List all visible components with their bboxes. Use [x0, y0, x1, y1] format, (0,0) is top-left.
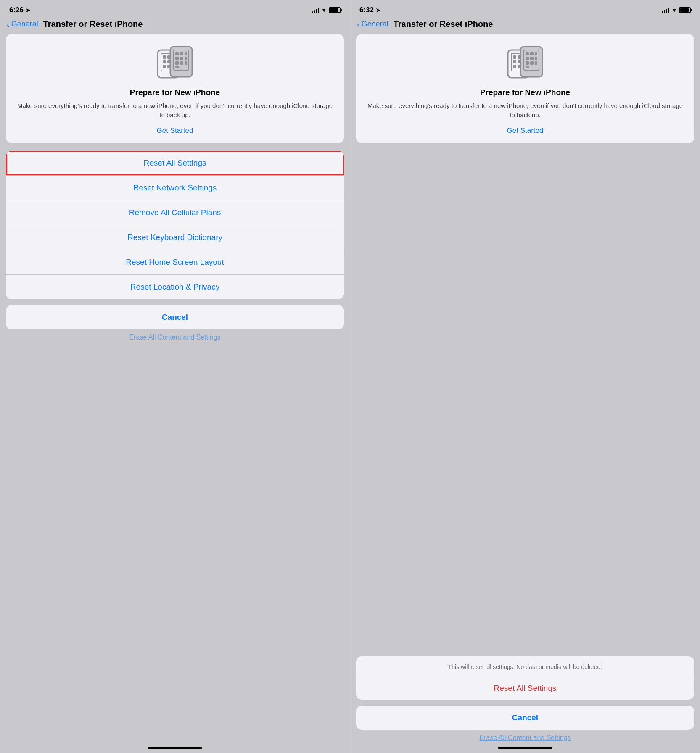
right-reset-all-settings-confirm-button[interactable]: Reset All Settings [356, 677, 694, 700]
right-reset-dialog: This will reset all settings. No data or… [356, 656, 694, 700]
left-erase-link[interactable]: Erase All Content and Settings [6, 334, 344, 343]
remove-cellular-plans-button[interactable]: Remove All Cellular Plans [6, 200, 344, 225]
right-get-started-button[interactable]: Get Started [507, 126, 544, 135]
svg-rect-37 [526, 57, 529, 60]
right-content: Prepare for New iPhone Make sure everyth… [350, 34, 700, 743]
reset-network-settings-button[interactable]: Reset Network Settings [6, 175, 344, 200]
left-prepare-desc: Make sure everything’s ready to transfer… [14, 101, 335, 120]
left-wifi-icon: ▾ [322, 7, 325, 13]
left-status-right: ▾ [312, 7, 341, 13]
svg-rect-20 [185, 61, 187, 65]
left-back-button[interactable]: ‹ General [7, 20, 38, 29]
left-phone-panel: 6:26 ➤ ▾ ‹ General Transfer or Reset iPh… [0, 0, 350, 753]
svg-rect-12 [175, 52, 179, 55]
left-phone-icon [156, 44, 194, 82]
right-prepare-desc: Make sure everything’s ready to transfer… [365, 101, 686, 120]
right-phone-panel: 6:32 ➤ ▾ ‹ General Transfer or Reset iPh… [350, 0, 700, 753]
right-prepare-card: Prepare for New iPhone Make sure everyth… [356, 34, 694, 143]
svg-rect-16 [180, 57, 183, 60]
svg-rect-30 [513, 65, 516, 68]
svg-rect-34 [526, 52, 529, 55]
svg-rect-43 [526, 66, 529, 68]
right-erase-link[interactable]: Erase All Content and Settings [356, 734, 694, 743]
right-battery-icon [679, 7, 691, 13]
right-time: 6:32 [359, 6, 374, 14]
right-page-title: Transfer or Reset iPhone [394, 19, 493, 29]
left-content: Prepare for New iPhone Make sure everyth… [0, 34, 350, 743]
right-prepare-title: Prepare for New iPhone [480, 88, 570, 97]
reset-home-screen-layout-button[interactable]: Reset Home Screen Layout [6, 250, 344, 274]
left-reset-list: Reset All Settings Reset Network Setting… [6, 151, 344, 299]
right-status-left: 6:32 ➤ [359, 6, 380, 14]
svg-rect-13 [180, 52, 183, 55]
left-signal-icon [312, 7, 319, 13]
right-location-icon: ➤ [376, 7, 380, 13]
svg-rect-18 [175, 61, 179, 65]
left-transfer-icon [156, 44, 194, 82]
svg-rect-39 [535, 57, 537, 60]
right-status-bar: 6:32 ➤ ▾ [350, 0, 700, 18]
svg-rect-36 [535, 52, 537, 55]
svg-rect-35 [530, 52, 534, 55]
right-back-button[interactable]: ‹ General [357, 20, 388, 29]
left-location-icon: ➤ [26, 7, 30, 13]
reset-keyboard-dictionary-button[interactable]: Reset Keyboard Dictionary [6, 225, 344, 250]
reset-location-privacy-button[interactable]: Reset Location & Privacy [6, 274, 344, 299]
right-home-indicator [498, 747, 552, 749]
svg-rect-2 [163, 55, 166, 59]
left-get-started-button[interactable]: Get Started [157, 126, 193, 135]
svg-rect-27 [513, 60, 516, 63]
svg-rect-42 [535, 61, 537, 65]
svg-rect-14 [185, 52, 187, 55]
svg-rect-17 [185, 57, 187, 60]
left-prepare-card: Prepare for New iPhone Make sure everyth… [6, 34, 344, 143]
left-time: 6:26 [9, 6, 24, 14]
right-signal-icon [662, 7, 669, 13]
right-wifi-icon: ▾ [673, 7, 676, 13]
svg-rect-5 [163, 60, 166, 63]
left-page-title: Transfer or Reset iPhone [43, 19, 143, 29]
right-spacer [356, 151, 694, 657]
left-status-left: 6:26 ➤ [9, 6, 30, 14]
svg-rect-40 [526, 61, 529, 65]
svg-rect-21 [175, 66, 179, 68]
svg-rect-38 [530, 57, 534, 60]
left-cancel-button[interactable]: Cancel [6, 305, 344, 329]
left-status-bar: 6:26 ➤ ▾ [0, 0, 350, 18]
right-back-label: General [362, 20, 388, 29]
right-dialog-message: This will reset all settings. No data or… [356, 656, 694, 671]
right-nav-bar: ‹ General Transfer or Reset iPhone [350, 18, 700, 34]
left-back-label: General [11, 20, 38, 29]
left-chevron-icon: ‹ [7, 20, 10, 29]
reset-all-settings-button[interactable]: Reset All Settings [6, 151, 344, 175]
svg-rect-19 [180, 61, 183, 65]
left-nav-bar: ‹ General Transfer or Reset iPhone [0, 18, 350, 34]
svg-rect-41 [530, 61, 534, 65]
right-cancel-button[interactable]: Cancel [356, 706, 694, 730]
right-transfer-icon [506, 44, 544, 82]
svg-rect-15 [175, 57, 179, 60]
left-prepare-title: Prepare for New iPhone [130, 88, 220, 97]
left-battery-icon [329, 7, 341, 13]
svg-rect-8 [163, 65, 166, 68]
right-status-right: ▾ [662, 7, 691, 13]
right-chevron-icon: ‹ [357, 20, 360, 29]
right-phone-icon [506, 44, 544, 82]
left-home-indicator [148, 747, 202, 749]
svg-rect-24 [513, 55, 516, 59]
